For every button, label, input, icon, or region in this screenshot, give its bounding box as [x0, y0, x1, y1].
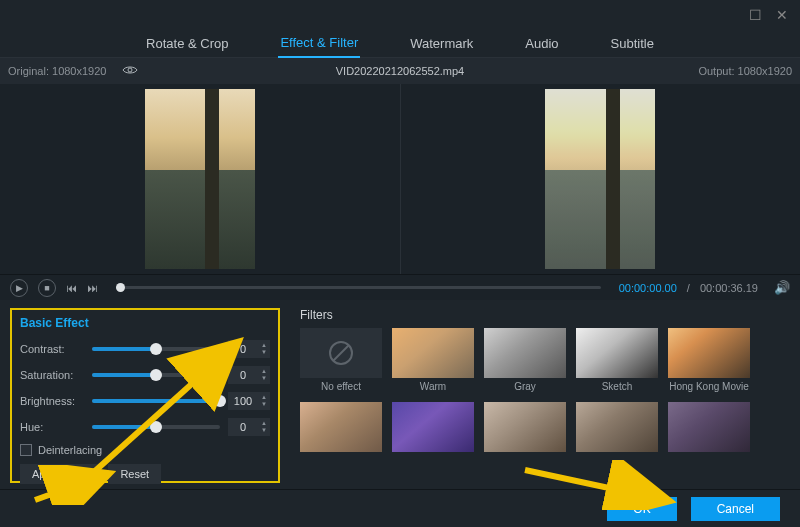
tab-watermark[interactable]: Watermark — [408, 30, 475, 57]
stop-button[interactable]: ■ — [38, 279, 56, 297]
hue-slider[interactable] — [92, 425, 220, 429]
filter-item[interactable] — [668, 402, 750, 452]
filter-label: Hong Kong Movie — [669, 381, 749, 392]
filter-sketch[interactable]: Sketch — [576, 328, 658, 392]
contrast-spinner[interactable]: 0 ▲▼ — [228, 340, 270, 358]
window-close-button[interactable]: ✕ — [776, 7, 788, 23]
deinterlacing-label: Deinterlacing — [38, 444, 102, 456]
preview-area — [0, 84, 800, 274]
chevron-down-icon[interactable]: ▼ — [258, 349, 270, 356]
filter-label: Sketch — [602, 381, 633, 392]
hue-row: Hue: 0 ▲▼ — [20, 414, 270, 440]
contrast-label: Contrast: — [20, 343, 84, 355]
hue-label: Hue: — [20, 421, 84, 433]
hue-spinner[interactable]: 0 ▲▼ — [228, 418, 270, 436]
original-resolution-label: Original: 1080x1920 — [8, 65, 138, 77]
volume-icon[interactable]: 🔊 — [774, 280, 790, 295]
preview-original — [0, 84, 400, 274]
filter-thumb — [484, 402, 566, 452]
contrast-row: Contrast: 0 ▲▼ — [20, 336, 270, 362]
next-frame-button[interactable]: ⏭ — [87, 282, 98, 294]
saturation-row: Saturation: 0 ▲▼ — [20, 362, 270, 388]
time-current: 00:00:00.00 — [619, 282, 677, 294]
tab-subtitle[interactable]: Subtitle — [609, 30, 656, 57]
saturation-spinner[interactable]: 0 ▲▼ — [228, 366, 270, 384]
info-bar: Original: 1080x1920 VID20220212062552.mp… — [0, 58, 800, 84]
brightness-row: Brightness: 100 ▲▼ — [20, 388, 270, 414]
filter-gray[interactable]: Gray — [484, 328, 566, 392]
filter-label: Gray — [514, 381, 536, 392]
output-resolution-label: Output: 1080x1920 — [698, 65, 792, 77]
footer: OK Cancel — [0, 489, 800, 527]
no-effect-icon — [300, 328, 382, 378]
filename-label: VID20220212062552.mp4 — [336, 65, 464, 77]
tab-effect-filter[interactable]: Effect & Filter — [278, 29, 360, 58]
filter-thumb — [392, 402, 474, 452]
filter-item[interactable] — [484, 402, 566, 452]
saturation-slider[interactable] — [92, 373, 220, 377]
svg-line-2 — [333, 345, 349, 361]
filter-hong-kong-movie[interactable]: Hong Kong Movie — [668, 328, 750, 392]
filter-warm[interactable]: Warm — [392, 328, 474, 392]
basic-effect-panel: Basic Effect Contrast: 0 ▲▼ Saturation: … — [0, 300, 290, 489]
basic-effect-title: Basic Effect — [20, 316, 270, 330]
deinterlacing-row: Deinterlacing — [20, 444, 270, 456]
ok-button[interactable]: OK — [607, 497, 676, 521]
filter-thumb — [576, 328, 658, 378]
brightness-label: Brightness: — [20, 395, 84, 407]
chevron-down-icon[interactable]: ▼ — [258, 375, 270, 382]
saturation-label: Saturation: — [20, 369, 84, 381]
prev-frame-button[interactable]: ⏮ — [66, 282, 77, 294]
filter-no-effect[interactable]: No effect — [300, 328, 382, 392]
time-sep: / — [687, 282, 690, 294]
filter-item[interactable] — [576, 402, 658, 452]
chevron-up-icon[interactable]: ▲ — [258, 394, 270, 401]
chevron-down-icon[interactable]: ▼ — [258, 427, 270, 434]
playback-controls: ▶ ■ ⏮ ⏭ 00:00:00.00/00:00:36.19 🔊 — [0, 274, 800, 300]
cancel-button[interactable]: Cancel — [691, 497, 780, 521]
filter-item[interactable] — [392, 402, 474, 452]
reset-button[interactable]: Reset — [108, 464, 161, 484]
chevron-up-icon[interactable]: ▲ — [258, 342, 270, 349]
filters-panel: Filters No effect Warm Gray Sketch — [290, 300, 800, 489]
time-duration: 00:00:36.19 — [700, 282, 758, 294]
filter-thumb — [392, 328, 474, 378]
filter-thumb — [668, 402, 750, 452]
contrast-slider[interactable] — [92, 347, 220, 351]
filter-thumb — [300, 402, 382, 452]
preview-output-image — [545, 89, 655, 269]
filter-thumb — [576, 402, 658, 452]
chevron-up-icon[interactable]: ▲ — [258, 368, 270, 375]
top-tabs: Rotate & Crop Effect & Filter Watermark … — [0, 30, 800, 58]
tab-audio[interactable]: Audio — [523, 30, 560, 57]
brightness-spinner[interactable]: 100 ▲▼ — [228, 392, 270, 410]
filter-label: Warm — [420, 381, 446, 392]
play-button[interactable]: ▶ — [10, 279, 28, 297]
apply-to-all-button[interactable]: Apply to All — [20, 464, 98, 484]
timeline-slider[interactable] — [116, 286, 601, 289]
filter-item[interactable] — [300, 402, 382, 452]
eye-icon[interactable] — [122, 65, 138, 77]
filter-no-effect-label: No effect — [321, 381, 361, 392]
window-maximize-button[interactable]: ☐ — [749, 7, 762, 23]
chevron-down-icon[interactable]: ▼ — [258, 401, 270, 408]
brightness-slider[interactable] — [92, 399, 220, 403]
filters-title: Filters — [300, 308, 790, 322]
filter-thumb — [668, 328, 750, 378]
chevron-up-icon[interactable]: ▲ — [258, 420, 270, 427]
tab-rotate-crop[interactable]: Rotate & Crop — [144, 30, 230, 57]
deinterlacing-checkbox[interactable] — [20, 444, 32, 456]
preview-output — [400, 84, 801, 274]
lower-area: Basic Effect Contrast: 0 ▲▼ Saturation: … — [0, 300, 800, 489]
svg-point-0 — [128, 68, 132, 72]
titlebar: ☐ ✕ — [0, 0, 800, 30]
filter-thumb — [484, 328, 566, 378]
preview-original-image — [145, 89, 255, 269]
